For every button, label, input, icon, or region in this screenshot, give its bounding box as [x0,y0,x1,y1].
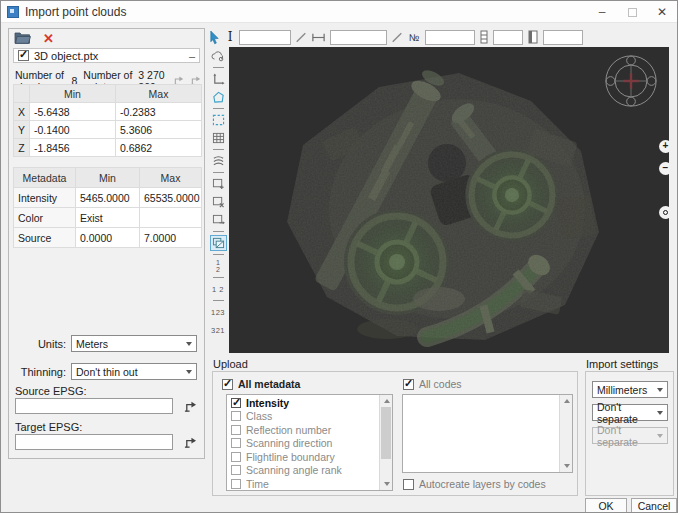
list-item[interactable]: Flightline boundary [227,450,379,464]
scrollbar-thumb[interactable] [381,407,391,459]
toolbar-input-1[interactable] [239,30,291,45]
toolbar-input-5[interactable] [543,30,583,45]
dialog-title: Import point clouds [25,5,126,19]
descending-order-button[interactable]: 321 [210,322,227,338]
codes-listbox[interactable] [402,394,573,473]
draw-line-button[interactable] [295,29,307,45]
item-checkbox[interactable] [231,479,241,489]
chevron-down-icon [657,411,663,415]
metadata-listbox[interactable]: Intensity Class Reflection number Scanni… [226,394,393,491]
select-pointer-button[interactable] [208,29,221,45]
item-checkbox[interactable] [231,438,241,448]
rect-arrows-icon [212,214,225,226]
scroll-down-icon[interactable] [564,464,570,468]
orientation-compass[interactable] [603,53,659,109]
text-cursor-icon[interactable]: I [225,29,235,45]
add-selection-button[interactable] [210,176,227,192]
units-dropdown[interactable]: Meters [71,335,197,352]
target-epsg-input[interactable] [15,434,173,450]
zoom-out-button[interactable]: − [659,162,669,175]
all-codes-checkbox[interactable] [403,379,414,390]
target-epsg-label: Target EPSG: [15,421,82,433]
point-cloud-viewport[interactable]: + − [229,47,669,353]
item-checkbox[interactable] [231,425,241,435]
cloud-settings-button[interactable] [210,48,227,64]
orbit-button[interactable] [659,206,669,219]
column-icon[interactable] [527,29,539,45]
layers-button[interactable] [210,153,227,169]
upload-section-label: Upload [213,358,248,370]
close-button[interactable]: ✕ [647,1,677,23]
corner-arrow-icon [184,400,197,413]
remove-selection-button[interactable] [210,194,227,210]
item-checkbox[interactable] [231,398,241,408]
all-metadata-checkbox[interactable] [222,379,233,390]
metadata-header: Metadata [14,168,76,188]
list-item[interactable]: Intensity [227,396,379,410]
list-item[interactable]: Time [227,477,379,491]
grid-icon [212,132,225,144]
list-item[interactable]: Class [227,410,379,424]
swap-selection-button[interactable] [210,212,227,228]
overlap-rects-icon [212,237,225,249]
open-folder-button[interactable] [14,30,31,48]
item-checkbox[interactable] [231,465,241,475]
source-epsg-input[interactable] [15,398,173,414]
zoom-in-button[interactable]: + [659,140,669,153]
half-density-button[interactable]: 1 2 [210,258,227,274]
delete-cloud-button[interactable]: ✕ [43,32,54,46]
rect-select-button[interactable] [210,112,227,128]
scrollbar[interactable] [559,395,572,472]
polygon-select-button[interactable] [210,89,227,105]
autocreate-layers-checkbox[interactable] [403,479,414,490]
toolbar-input-4[interactable] [493,30,523,45]
units-label: Units: [9,338,71,350]
all-codes-checkbox-row[interactable]: All codes [403,378,462,390]
list-item[interactable]: Reflection number [227,423,379,437]
item-checkbox[interactable] [231,452,241,462]
draw-line-button[interactable] [391,29,403,45]
scroll-up-icon[interactable] [384,399,390,403]
file-settings-panel: ✕ 3D object.ptx – Number of clouds: 8 Nu… [8,28,205,459]
list-item[interactable]: Scanning angle rank [227,464,379,478]
x-min: -5.6438 [30,103,116,121]
import-units-dropdown[interactable]: Millimeters [592,381,668,398]
pointer-icon [208,30,221,45]
file-list-item[interactable]: 3D object.ptx – [13,48,200,63]
toolbar-input-3[interactable] [425,30,475,45]
minimize-button[interactable]: – [587,1,617,23]
source-epsg-picker-button[interactable] [181,398,199,414]
ascending-order-button[interactable]: 123 [210,304,227,320]
y-max: 5.3606 [116,121,202,139]
scroll-up-icon[interactable] [564,399,570,403]
cancel-button[interactable]: Cancel [631,498,677,513]
item-checkbox[interactable] [231,411,241,421]
thinning-dropdown[interactable]: Don't thin out [71,363,197,380]
autocreate-layers-checkbox-row[interactable]: Autocreate layers by codes [403,478,546,490]
toolbar-separator [213,108,224,109]
axes-button[interactable] [210,71,227,87]
chevron-down-icon [186,342,192,346]
all-metadata-checkbox-row[interactable]: All metadata [222,378,300,390]
grid-button[interactable] [210,130,227,146]
table-row: Y -0.1400 5.3606 [14,121,202,139]
scrollbar[interactable] [379,395,392,490]
separate-dropdown-1[interactable]: Don't separate [592,404,668,421]
scroll-down-icon[interactable] [384,482,390,486]
toolbar-input-2[interactable] [330,30,387,45]
table-cells-icon[interactable] [479,29,489,45]
numbering-button[interactable]: № [407,29,421,45]
list-item[interactable]: Scanning direction [227,437,379,451]
width-measure-icon[interactable] [311,29,326,45]
pair-numbering-button[interactable]: 1 2 [210,281,227,297]
title-bar[interactable]: Import point clouds – ✕ [1,1,677,23]
table-row: Z -1.8456 0.6862 [14,139,202,157]
target-epsg-picker-button[interactable] [181,434,199,450]
maximize-button[interactable] [617,1,647,23]
collapse-toggle[interactable]: – [189,50,195,62]
overlap-view-button[interactable] [210,235,227,251]
ok-button[interactable]: OK [585,498,627,513]
file-checkbox[interactable] [18,50,29,61]
source-epsg-label: Source EPSG: [15,385,87,397]
list-item[interactable]: Scanning color [227,491,379,492]
